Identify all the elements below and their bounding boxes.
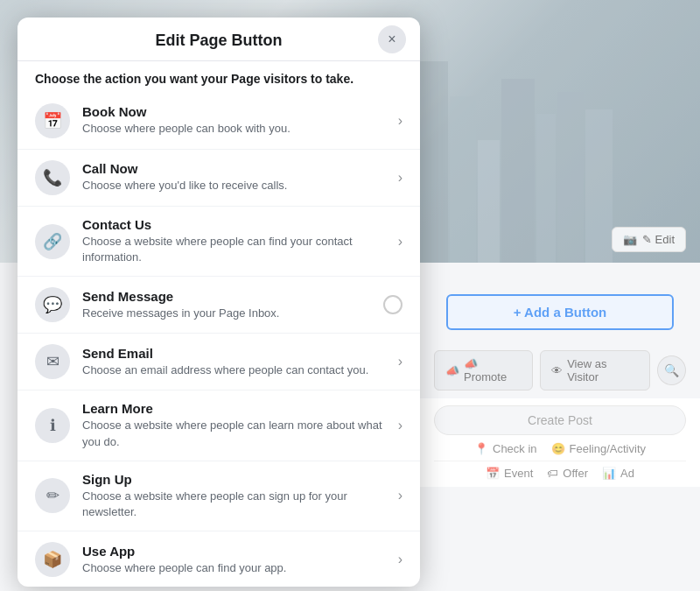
modal-item-learn-more[interactable]: ℹLearn MoreChoose a website where people… bbox=[18, 390, 420, 461]
send-email-title: Send Email bbox=[82, 346, 391, 361]
modal-item-send-email[interactable]: ✉Send EmailChoose an email address where… bbox=[18, 334, 420, 390]
contact-us-description: Choose a website where people can find y… bbox=[82, 234, 391, 265]
sign-up-icon: ✏ bbox=[35, 478, 70, 513]
sign-up-title: Sign Up bbox=[82, 472, 391, 487]
use-app-arrow-icon: › bbox=[398, 552, 402, 567]
send-message-icon: 💬 bbox=[35, 287, 70, 322]
contact-us-title: Contact Us bbox=[82, 217, 391, 232]
learn-more-arrow-icon: › bbox=[398, 418, 402, 433]
contact-us-icon: 🔗 bbox=[35, 224, 70, 259]
modal-item-contact-us[interactable]: 🔗Contact UsChoose a website where people… bbox=[18, 207, 420, 277]
modal-item-send-message[interactable]: 💬Send MessageReceive messages in your Pa… bbox=[18, 277, 420, 334]
sign-up-arrow-icon: › bbox=[398, 488, 402, 503]
modal-item-sign-up[interactable]: ✏Sign UpChoose a website where people ca… bbox=[18, 461, 420, 531]
modal-header: Edit Page Button × bbox=[18, 18, 420, 61]
call-now-title: Call Now bbox=[82, 161, 391, 176]
modal-title: Edit Page Button bbox=[156, 32, 283, 50]
call-now-description: Choose where you'd like to receive calls… bbox=[82, 178, 391, 193]
call-now-text: Call NowChoose where you'd like to recei… bbox=[82, 161, 391, 193]
learn-more-icon: ℹ bbox=[35, 408, 70, 443]
use-app-title: Use App bbox=[82, 544, 391, 559]
send-email-description: Choose an email address where people can… bbox=[82, 362, 391, 378]
use-app-text: Use AppChoose where people can find your… bbox=[82, 544, 391, 576]
edit-page-button-modal: Edit Page Button × Choose the action you… bbox=[18, 18, 420, 587]
modal-item-call-now[interactable]: 📞Call NowChoose where you'd like to rece… bbox=[18, 150, 420, 207]
learn-more-text: Learn MoreChoose a website where people … bbox=[82, 401, 391, 449]
send-message-title: Send Message bbox=[82, 289, 376, 304]
contact-us-text: Contact UsChoose a website where people … bbox=[82, 217, 391, 265]
book-now-text: Book NowChoose where people can book wit… bbox=[82, 104, 391, 137]
modal-item-use-app[interactable]: 📦Use AppChoose where people can find you… bbox=[18, 531, 420, 587]
send-message-radio-icon bbox=[383, 295, 402, 314]
use-app-description: Choose where people can find your app. bbox=[82, 560, 391, 576]
book-now-icon: 📅 bbox=[35, 103, 70, 138]
modal-list: 📅Book NowChoose where people can book wi… bbox=[18, 93, 420, 587]
learn-more-title: Learn More bbox=[82, 401, 391, 416]
send-message-text: Send MessageReceive messages in your Pag… bbox=[82, 289, 376, 321]
book-now-description: Choose where people can book with you. bbox=[82, 121, 391, 137]
use-app-icon: 📦 bbox=[35, 542, 70, 577]
book-now-arrow-icon: › bbox=[398, 113, 402, 129]
call-now-arrow-icon: › bbox=[398, 170, 402, 186]
modal-subtitle: Choose the action you want your Page vis… bbox=[18, 61, 420, 93]
modal-item-book-now[interactable]: 📅Book NowChoose where people can book wi… bbox=[18, 93, 420, 150]
send-email-icon: ✉ bbox=[35, 344, 70, 379]
sign-up-text: Sign UpChoose a website where people can… bbox=[82, 472, 391, 520]
call-now-icon: 📞 bbox=[35, 160, 70, 195]
contact-us-arrow-icon: › bbox=[398, 234, 402, 250]
sign-up-description: Choose a website where people can sign u… bbox=[82, 489, 391, 520]
send-email-arrow-icon: › bbox=[398, 354, 402, 369]
book-now-title: Book Now bbox=[82, 104, 391, 119]
modal-close-button[interactable]: × bbox=[378, 25, 406, 53]
send-email-text: Send EmailChoose an email address where … bbox=[82, 346, 391, 378]
send-message-description: Receive messages in your Page Inbox. bbox=[82, 306, 376, 321]
learn-more-description: Choose a website where people can learn … bbox=[82, 418, 391, 449]
